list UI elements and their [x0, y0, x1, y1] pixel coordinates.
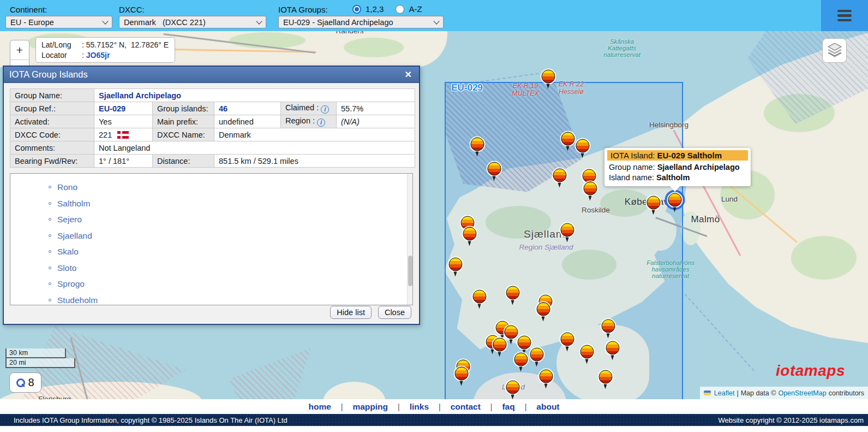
website-copyright-text: Website copyright © 2012-2025 iotamaps.c… — [718, 416, 864, 424]
island-marker[interactable] — [561, 132, 575, 146]
attribution-prefix: Map data © — [741, 389, 776, 397]
close-button[interactable]: Close — [378, 306, 411, 319]
group-ref-label: Group Ref.: — [10, 102, 94, 115]
island-marker[interactable] — [540, 370, 553, 383]
island-marker[interactable] — [493, 338, 507, 352]
info-icon[interactable]: i — [321, 105, 329, 114]
iota-group-rectangle[interactable] — [445, 82, 683, 399]
map-label: Skånska Kattegatts naturreservat — [603, 38, 640, 58]
claimed-label: Claimed :i — [281, 102, 337, 115]
island-marker[interactable] — [542, 70, 555, 84]
footer-nav: home|mapping|links|contact|faq|about — [298, 402, 569, 412]
chevron-down-icon — [256, 18, 262, 24]
island-marker[interactable] — [463, 227, 477, 241]
island-marker[interactable] — [606, 341, 620, 355]
island-link[interactable]: Saltholm — [57, 199, 90, 208]
zoom-level-value: 8 — [28, 376, 34, 389]
denmark-flag-icon — [117, 131, 129, 139]
island-list-box: RonoSaltholmSejeroSjaellandSkaloSlotoSpr… — [10, 173, 413, 305]
radio-az[interactable] — [396, 5, 404, 14]
leaflet-link[interactable]: Leaflet — [714, 389, 735, 397]
selected-island-marker[interactable] — [668, 193, 682, 207]
activated-value: Yes — [94, 115, 153, 128]
island-marker[interactable] — [506, 381, 520, 394]
island-marker[interactable] — [514, 353, 528, 366]
radio-123[interactable] — [352, 5, 361, 14]
dialog-titlebar[interactable]: IOTA Group Islands ✕ — [4, 67, 419, 83]
island-list: RonoSaltholmSejeroSjaellandSkaloSlotoSpr… — [10, 174, 412, 305]
bullet-icon — [49, 267, 51, 269]
tooltip-title-value: EU-029 Saltholm — [657, 151, 722, 160]
locator-value[interactable]: JO65jr — [86, 51, 110, 60]
chevron-down-icon — [102, 18, 108, 24]
island-marker[interactable] — [488, 162, 501, 176]
continent-value: EU - Europe — [10, 18, 54, 27]
bullet-icon — [49, 202, 51, 205]
continent-select[interactable]: EU - Europe — [5, 16, 112, 28]
island-link[interactable]: Sloto — [57, 263, 76, 273]
scrollbar-thumb[interactable] — [408, 256, 412, 286]
footer-nav-home[interactable]: home — [298, 402, 340, 412]
hide-list-button[interactable]: Hide list — [330, 306, 372, 319]
island-link[interactable]: Sejero — [57, 215, 82, 224]
island-marker[interactable] — [471, 138, 484, 151]
menu-button[interactable] — [821, 0, 868, 31]
footer-nav-contact[interactable]: contact — [441, 402, 490, 412]
island-marker[interactable] — [537, 303, 550, 316]
island-link[interactable]: Skalo — [57, 247, 79, 256]
info-icon[interactable]: i — [317, 119, 325, 127]
island-list-item: Saltholm — [49, 196, 412, 212]
footer-nav-faq[interactable]: faq — [492, 402, 524, 412]
comments-label: Comments: — [10, 141, 94, 155]
island-list-item: Sloto — [49, 260, 412, 276]
group-ref-value[interactable]: EU-029 — [94, 102, 153, 115]
chevron-down-icon — [433, 18, 439, 24]
island-marker[interactable] — [580, 345, 594, 359]
table-row: Group Ref.: EU-029 Group islands: 46 Cla… — [10, 102, 415, 115]
group-islands-label: Group islands: — [153, 102, 214, 115]
latlong-label: Lat/Long — [41, 40, 82, 50]
zoom-in-button[interactable]: + — [10, 40, 29, 60]
island-marker[interactable] — [602, 319, 615, 333]
footer-nav-bar: home|mapping|links|contact|faq|about — [0, 399, 868, 414]
island-marker[interactable] — [449, 258, 463, 271]
footer-nav-about[interactable]: about — [526, 402, 569, 412]
island-marker[interactable] — [576, 139, 590, 153]
claimed-value: 55.7% — [337, 102, 415, 115]
island-marker[interactable] — [561, 333, 574, 346]
island-marker[interactable] — [473, 290, 487, 304]
openstreetmap-link[interactable]: OpenStreetMap — [778, 389, 826, 397]
island-marker[interactable] — [518, 336, 531, 350]
island-marker[interactable] — [530, 348, 544, 362]
island-link[interactable]: Sprogo — [57, 279, 85, 288]
island-link[interactable]: Rono — [57, 182, 77, 192]
distance-label: Distance: — [153, 155, 214, 168]
tooltip-header: IOTA Island: EU-029 Saltholm — [607, 150, 748, 161]
island-marker[interactable] — [553, 169, 567, 182]
latlong-value: 55.7152° N, 12.7826° E — [86, 40, 169, 49]
island-marker[interactable] — [455, 367, 469, 381]
island-marker[interactable] — [584, 182, 597, 196]
island-marker[interactable] — [599, 370, 613, 384]
land-fyn-tip — [323, 382, 386, 399]
island-marker[interactable] — [506, 286, 520, 300]
latlong-colon: : — [82, 40, 84, 49]
island-marker[interactable] — [647, 196, 661, 210]
layers-control[interactable] — [822, 38, 847, 63]
footer-nav-links[interactable]: links — [400, 402, 439, 412]
iota-group-select[interactable]: EU-029 - Sjaelland Archipelago — [278, 16, 444, 28]
island-marker[interactable] — [505, 326, 518, 339]
island-marker[interactable] — [561, 223, 574, 237]
island-marker[interactable] — [583, 169, 596, 183]
continent-label: Continent: — [10, 5, 47, 14]
island-link[interactable]: Sjaelland — [57, 231, 92, 240]
island-link[interactable]: Studeholm — [57, 295, 98, 305]
activated-label: Activated: — [10, 115, 94, 128]
close-icon[interactable]: ✕ — [403, 69, 414, 80]
footer-nav-mapping[interactable]: mapping — [343, 402, 398, 412]
island-list-item: Sejero — [49, 211, 412, 228]
list-scrollbar[interactable] — [407, 174, 412, 305]
dxcc-select[interactable]: Denmark (DXCC 221) — [119, 16, 266, 28]
main-prefix-label: Main prefix: — [153, 115, 214, 128]
locator-label: Locator — [41, 50, 82, 61]
